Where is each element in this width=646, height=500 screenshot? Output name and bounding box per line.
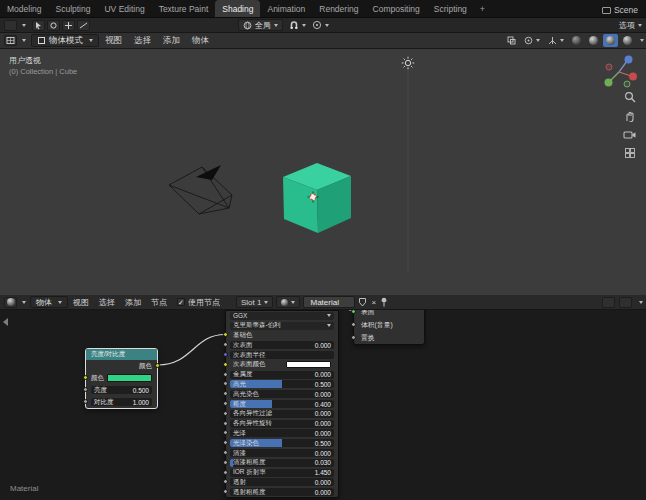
input-socket-icon[interactable] (223, 342, 228, 347)
input-socket-icon[interactable] (223, 352, 228, 357)
gizmos-dropdown[interactable] (545, 34, 567, 47)
move-tool-icon[interactable] (62, 20, 75, 31)
node-header[interactable]: 亮度/对比度 (86, 349, 157, 360)
node-widget[interactable]: 糙度 0.400 (230, 400, 334, 408)
viewport-menu-item[interactable]: 选择 (128, 35, 157, 47)
fake-user-shield-icon[interactable] (358, 297, 367, 307)
shader-type-dropdown[interactable]: 物体 (30, 296, 68, 308)
mode-dropdown[interactable]: 物体模式 (31, 34, 99, 47)
workspace-tab[interactable]: Compositing (366, 0, 427, 17)
navigation-gizmo[interactable] (600, 53, 638, 91)
workspace-tab[interactable]: Rendering (312, 0, 365, 17)
node-input-row[interactable]: 糙度 0.400 (226, 399, 338, 409)
node-widget[interactable]: 清漆 0.000 (230, 449, 334, 457)
cursor-tool-icon[interactable] (47, 20, 60, 31)
shader-menu-item[interactable]: 添加 (120, 297, 146, 308)
viewport-menu-item[interactable]: 添加 (157, 35, 186, 47)
input-socket-icon[interactable] (223, 479, 228, 484)
node-widget[interactable]: 各向异性旋转 0.000 (230, 420, 334, 428)
color-swatch[interactable] (107, 374, 152, 382)
snap-toggle-group[interactable] (289, 20, 306, 30)
pin-icon[interactable] (380, 297, 388, 307)
input-socket-icon[interactable] (223, 421, 228, 426)
input-socket-icon[interactable] (223, 411, 228, 416)
node-input-row[interactable]: GGX (226, 311, 338, 321)
input-socket-icon[interactable] (351, 310, 356, 314)
workspace-tab[interactable]: Animation (260, 0, 312, 17)
tool-options[interactable]: 选项 (619, 20, 642, 31)
overlays-dropdown[interactable] (521, 34, 543, 47)
node-widget[interactable]: GGX (230, 312, 334, 320)
input-socket-icon[interactable] (223, 391, 228, 396)
select-tool-icon[interactable] (32, 20, 45, 31)
workspace-tab[interactable]: UV Editing (97, 0, 151, 17)
zoom-icon[interactable] (624, 91, 636, 103)
node-widget[interactable]: 清漆粗糙度 0.030 (230, 459, 334, 467)
material-name-field[interactable]: Material (303, 296, 355, 308)
output-socket-icon[interactable] (155, 363, 160, 368)
node-widget[interactable]: 高光染色 0.000 (230, 390, 334, 398)
node-input-row[interactable]: 体积(音量) (354, 318, 424, 331)
use-nodes-checkbox[interactable]: ✓ (177, 298, 185, 306)
node-input-row[interactable]: 透射 0.000 (226, 478, 338, 488)
input-socket-icon[interactable] (223, 450, 228, 455)
color-input-row[interactable]: 颜色 (86, 372, 157, 384)
node-input-row[interactable]: 表面 (354, 310, 424, 318)
transform-orientation-dropdown[interactable]: 全局 (238, 19, 283, 31)
node-input-row[interactable]: IOR 折射率 1.450 (226, 468, 338, 478)
node-input-row[interactable]: 次表面颜色 (226, 360, 338, 370)
node-widget[interactable]: 次表面 0.000 (230, 341, 334, 349)
viewport-menu-item[interactable]: 视图 (99, 35, 128, 47)
shader-menu-item[interactable]: 视图 (68, 297, 94, 308)
bright-slider[interactable]: 亮度 0.500 (91, 386, 152, 394)
node-input-row[interactable]: 克里斯蒂森-伯利 (226, 321, 338, 331)
camera-view-icon[interactable] (623, 129, 636, 140)
bright-input-row[interactable]: 亮度 0.500 (86, 384, 157, 396)
node-input-row[interactable]: 清漆粗糙度 0.030 (226, 458, 338, 468)
node-input-row[interactable]: 光泽染色 0.500 (226, 438, 338, 448)
snapping-icon[interactable] (602, 297, 615, 308)
brightness-contrast-node[interactable]: 亮度/对比度 颜色 颜色 亮度 0.500 对比度 1.000 (85, 348, 158, 409)
node-input-row[interactable]: 次表面半径 (226, 350, 338, 360)
unlink-material-button[interactable]: × (370, 298, 377, 307)
input-socket-icon[interactable] (223, 440, 228, 445)
workspace-tab[interactable]: Scripting (427, 0, 474, 17)
editor-type-button[interactable] (4, 20, 17, 31)
input-socket-icon[interactable] (223, 460, 228, 465)
node-widget[interactable]: 透射 0.000 (230, 478, 334, 486)
node-widget[interactable]: 透射粗糙度 0.000 (230, 488, 334, 496)
input-socket-icon[interactable] (223, 332, 228, 337)
input-socket-icon[interactable] (223, 381, 228, 386)
input-socket-icon[interactable] (223, 401, 228, 406)
workspace-tab[interactable]: Modeling (0, 0, 49, 17)
principled-bsdf-node[interactable]: GGX 克里斯蒂森-伯利 (225, 310, 339, 498)
contrast-input-row[interactable]: 对比度 1.000 (86, 396, 157, 408)
node-widget[interactable]: 各向异性过滤 0.000 (230, 410, 334, 418)
input-socket-icon[interactable] (351, 322, 356, 327)
material-output-node[interactable]: 表面 体积(音量) 置换 (353, 310, 425, 345)
measure-tool-icon[interactable] (77, 20, 90, 31)
node-widget[interactable]: 高光 0.500 (230, 380, 334, 388)
shading-solid-button[interactable] (586, 34, 601, 47)
node-input-row[interactable]: 高光染色 0.000 (226, 389, 338, 399)
viewport-menu-item[interactable]: 物体 (186, 35, 215, 47)
scene-selector[interactable]: Scene (602, 5, 646, 17)
sidebar-collapse-arrow-icon[interactable] (3, 318, 8, 326)
input-socket-icon[interactable] (83, 387, 88, 392)
node-widget[interactable]: 光泽 0.000 (230, 429, 334, 437)
editor-type-shader-button[interactable] (4, 297, 17, 308)
input-socket-icon[interactable] (223, 470, 228, 475)
node-widget[interactable]: 基础色 (230, 331, 334, 339)
node-input-row[interactable]: 基础色 (226, 331, 338, 341)
contrast-slider[interactable]: 对比度 1.000 (91, 398, 152, 406)
editor-type-3d-viewport-button[interactable] (4, 35, 17, 46)
perspective-grid-icon[interactable] (624, 147, 636, 159)
workspace-tab[interactable]: Texture Paint (152, 0, 216, 17)
pan-hand-icon[interactable] (624, 110, 636, 122)
input-socket-icon[interactable] (223, 362, 228, 367)
input-socket-icon[interactable] (223, 489, 228, 494)
color-swatch[interactable] (286, 361, 331, 368)
node-widget[interactable]: IOR 折射率 1.450 (230, 469, 334, 477)
workspace-tab[interactable]: Sculpting (49, 0, 98, 17)
input-socket-icon[interactable] (223, 430, 228, 435)
